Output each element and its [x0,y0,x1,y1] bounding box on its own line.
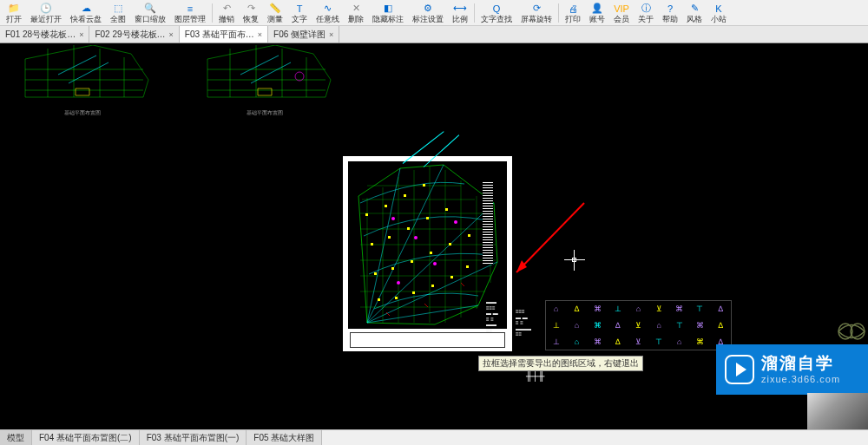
svg-rect-1 [195,45,334,108]
document-tab[interactable]: F02 29号楼花板…× [89,26,179,43]
svg-rect-0 [13,45,152,108]
recent-label: 最近打开 [30,16,62,23]
polyline-icon: ∿ [322,3,334,15]
account-button[interactable]: 👤账号 [585,0,609,25]
tab-label: F02 29号楼花板… [95,29,165,41]
thumb-plan-1: 基础平面布置图 [13,45,152,117]
style-button[interactable]: ✎风格 [682,0,707,25]
layout-tab[interactable]: F03 基础平面布置图(一) [140,430,247,445]
layout-tab[interactable]: F04 基础平面布置图(二) [32,430,140,445]
svg-point-28 [391,217,395,220]
main-toolbar: 📁打开🕒最近打开☁快看云盘⬚全图🔍窗口缩放≡图层管理↶撤销↷恢复📏测量T文字∿任… [0,0,868,26]
svg-rect-14 [449,243,451,245]
quick-cloud-button[interactable]: ☁快看云盘 [66,0,106,25]
svg-rect-4 [378,298,380,301]
annot-set-label: 标注设置 [412,16,444,23]
svg-rect-16 [371,243,373,245]
toolbar-separator [474,3,475,23]
measure-button[interactable]: 📏测量 [263,0,287,25]
polyline-button[interactable]: ∿任意线 [312,0,344,25]
text-icon: T [293,3,306,15]
knot-icon [835,320,868,343]
command-tooltip: 拉框选择需要导出的图纸区域，右键退出 [478,356,643,371]
layout-tab[interactable]: 模型 [0,430,32,445]
close-icon[interactable]: × [258,30,262,39]
site-label: 小站 [711,16,727,23]
layer-mgr-button[interactable]: ≡图层管理 [170,0,210,25]
redo-button[interactable]: ↷恢复 [239,0,263,25]
svg-point-27 [414,236,418,239]
tab-label: F06 侧壁详图 [273,29,326,41]
site-icon: K [713,3,725,15]
toolbar-separator [212,3,213,23]
thumb-title-2: 基础平面布置图 [247,109,283,117]
svg-rect-18 [407,227,410,230]
delete-button[interactable]: ✕删除 [344,0,368,25]
open-label: 打开 [6,16,22,23]
watermark-url: zixue.3d66.com [761,374,840,385]
cad-canvas[interactable]: 基础平面布置图 基础平面布置图 [0,43,868,429]
layer-mgr-label: 图层管理 [174,16,206,23]
toolbar-separator [558,3,559,23]
annot-set-button[interactable]: ⚙标注设置 [408,0,448,25]
help-button[interactable]: ?帮助 [658,0,682,25]
full-view-button[interactable]: ⬚全图 [106,0,130,25]
print-label: 打印 [565,16,581,23]
svg-rect-20 [445,208,448,211]
close-icon[interactable]: × [329,30,333,39]
about-button[interactable]: ⓘ关于 [634,0,658,25]
annotation-arrow [508,198,586,285]
svg-rect-5 [395,297,398,299]
find-text-icon: Q [490,3,503,15]
document-tab[interactable]: F06 侧壁详图× [268,26,339,43]
thumb-title-1: 基础平面布置图 [64,109,101,117]
style-icon: ✎ [688,3,700,15]
scale-icon: ⟷ [454,3,466,15]
style-label: 风格 [687,16,702,23]
watermark-badge: 溜溜自学 zixue.3d66.com [716,344,868,395]
thumb-plan-2: 基础平面布置图 [195,45,334,117]
svg-rect-21 [365,213,368,216]
svg-rect-17 [388,236,391,239]
document-tab[interactable]: F01 28号楼花板…× [0,26,89,43]
undo-icon: ↶ [220,3,233,15]
undo-label: 撤销 [219,16,234,23]
layout-tab[interactable]: F05 基础大样图 [247,430,322,445]
vip-button[interactable]: VIP会员 [609,0,634,25]
recent-icon: 🕒 [40,3,52,15]
window-zoom-button[interactable]: 🔍窗口缩放 [130,0,170,25]
hide-annot-icon: ◧ [382,3,394,15]
account-label: 账号 [589,16,605,23]
svg-rect-8 [450,276,453,278]
legend-text-2: ≡≡≡▬ ▬≡ ≡▬▬▬≡≡ [516,309,547,337]
site-button[interactable]: K小站 [707,0,731,25]
close-icon[interactable]: × [79,30,83,39]
annot-set-icon: ⚙ [422,3,434,15]
recent-button[interactable]: 🕒最近打开 [26,0,66,25]
window-zoom-label: 窗口缩放 [135,16,166,23]
play-icon [725,355,754,384]
layer-mgr-icon: ≡ [184,3,196,15]
delete-icon: ✕ [350,3,362,15]
hide-annot-button[interactable]: ◧隐藏标注 [368,0,408,25]
document-tab[interactable]: F03 基础平面布…× [180,26,268,43]
open-button[interactable]: 📁打开 [2,0,26,25]
measure-icon: 📏 [269,3,281,15]
svg-rect-22 [385,205,387,207]
scale-button[interactable]: ⟷比例 [448,0,472,25]
svg-point-26 [433,262,437,265]
print-button[interactable]: 🖨打印 [561,0,585,25]
vip-icon: VIP [615,3,628,15]
document-tabs: F01 28号楼花板…×F02 29号楼花板…×F03 基础平面布…×F06 侧… [0,26,868,43]
help-label: 帮助 [662,16,678,23]
svg-point-25 [397,281,400,285]
svg-rect-13 [430,252,432,254]
close-icon[interactable]: × [169,30,174,39]
rotate-button[interactable]: ⟳屏幕旋转 [516,0,556,25]
sheet-titleblock [350,332,505,348]
svg-rect-19 [426,217,429,219]
section-symbol: ╫┼╫ [526,371,544,381]
text-button[interactable]: T文字 [287,0,312,25]
find-text-button[interactable]: Q文字查找 [477,0,516,25]
undo-button[interactable]: ↶撤销 [214,0,239,25]
